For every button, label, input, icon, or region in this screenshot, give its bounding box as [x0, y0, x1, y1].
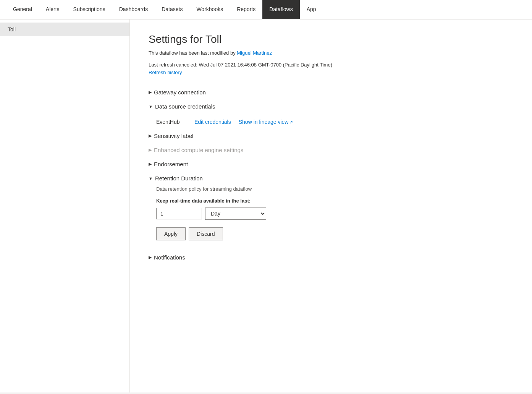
chevron-enhanced-icon — [149, 148, 152, 152]
section-sensitivity[interactable]: Sensitivity label — [149, 130, 514, 142]
sidebar-item-toll[interactable]: Toll — [0, 23, 129, 36]
retention-value-input[interactable] — [156, 208, 202, 219]
tab-datasets[interactable]: Datasets — [155, 0, 189, 19]
show-lineage-link[interactable]: Show in lineage view — [239, 119, 289, 125]
chevron-datasource-icon — [149, 104, 153, 109]
keep-label: Keep real-time data available in the las… — [156, 198, 514, 204]
discard-button[interactable]: Discard — [189, 227, 223, 240]
credentials-row: EventHub Edit credentials Show in lineag… — [149, 114, 514, 130]
tab-dashboards[interactable]: Dashboards — [112, 0, 155, 19]
modified-by-text: This dataflow has been last modified by … — [149, 50, 514, 56]
lineage-link-container: Show in lineage view↗ — [239, 119, 293, 125]
section-datasource-label: Data source credentials — [155, 103, 215, 110]
retention-unit-select[interactable]: Day Week Month — [205, 208, 266, 220]
last-refresh-text: Last refresh canceled: Wed Jul 07 2021 1… — [149, 62, 514, 68]
source-name: EventHub — [156, 119, 187, 125]
retention-description: Data retention policy for streaming data… — [156, 186, 514, 192]
section-gateway-label: Gateway connection — [154, 89, 206, 96]
tab-subscriptions[interactable]: Subscriptions — [66, 0, 112, 19]
edit-credentials-link[interactable]: Edit credentials — [194, 119, 231, 125]
section-data-source[interactable]: Data source credentials — [149, 100, 514, 113]
tab-workbooks[interactable]: Workbooks — [189, 0, 230, 19]
chevron-sensitivity-icon — [149, 133, 152, 138]
page-title: Settings for Toll — [149, 33, 514, 45]
section-retention-label: Retention Duration — [155, 175, 203, 182]
section-notifications-label: Notifications — [154, 254, 185, 261]
section-notifications[interactable]: Notifications — [149, 251, 514, 264]
section-endorsement[interactable]: Endorsement — [149, 158, 514, 170]
content-area: Settings for Toll This dataflow has been… — [130, 19, 532, 392]
retention-content: Data retention policy for streaming data… — [149, 186, 514, 245]
refresh-history-link[interactable]: Refresh history — [149, 70, 182, 75]
modified-by-label: This dataflow has been last modified by — [149, 50, 237, 56]
chevron-retention-icon — [149, 176, 153, 181]
section-sensitivity-label: Sensitivity label — [154, 133, 193, 139]
btn-row: Apply Discard — [156, 227, 514, 240]
section-retention[interactable]: Retention Duration — [149, 172, 514, 185]
retention-inputs: Day Week Month — [156, 208, 514, 220]
section-endorsement-label: Endorsement — [154, 161, 188, 167]
sidebar: Toll — [0, 19, 130, 392]
external-link-icon: ↗ — [289, 120, 293, 125]
section-enhanced-label: Enhanced compute engine settings — [154, 147, 243, 153]
chevron-endorsement-icon — [149, 162, 152, 167]
section-gateway[interactable]: Gateway connection — [149, 86, 514, 99]
tab-app[interactable]: App — [300, 0, 323, 19]
tab-general[interactable]: General — [6, 0, 39, 19]
tab-reports[interactable]: Reports — [230, 0, 262, 19]
main-layout: Toll Settings for Toll This dataflow has… — [0, 19, 532, 392]
chevron-notifications-icon — [149, 255, 152, 260]
modified-by-link[interactable]: Miguel Martinez — [237, 50, 272, 56]
apply-button[interactable]: Apply — [156, 227, 186, 240]
tab-alerts[interactable]: Alerts — [39, 0, 66, 19]
tab-dataflows[interactable]: Dataflows — [262, 0, 299, 19]
top-nav: GeneralAlertsSubscriptionsDashboardsData… — [0, 0, 532, 19]
section-enhanced-compute: Enhanced compute engine settings — [149, 144, 514, 156]
chevron-gateway-icon — [149, 90, 152, 95]
